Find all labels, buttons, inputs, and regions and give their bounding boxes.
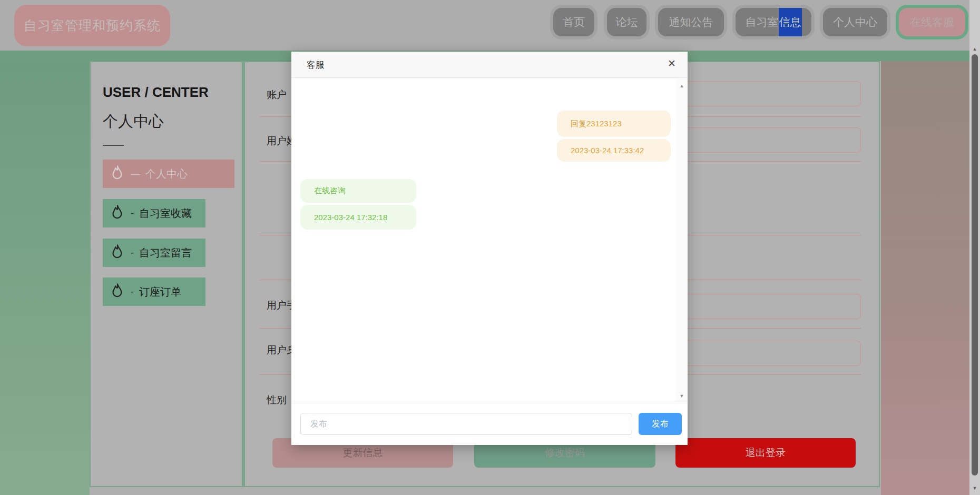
- right-rose-strip: [881, 61, 969, 495]
- nav-tab-user-center-label: 个人中心: [833, 15, 877, 29]
- chat-bubble-time: 2023-03-24 17:32:18: [300, 205, 416, 230]
- sidebar-item-dash: -: [131, 247, 134, 259]
- gender-label: 性别: [267, 393, 287, 407]
- chat-scrollbar[interactable]: ▲ ▼: [676, 78, 688, 403]
- modal-header: 客服 ✕: [291, 52, 688, 78]
- nav-tab-notice-label: 通知公告: [669, 15, 713, 29]
- nav-tab-rooms-label: 自习室: [746, 15, 779, 29]
- sidebar-item-seat-orders[interactable]: - 订座订单: [103, 278, 205, 306]
- chat-bubble-time: 2023-03-24 17:33:42: [557, 139, 671, 162]
- modal-title: 客服: [307, 59, 325, 71]
- nav-tab-user-center[interactable]: 个人中心: [820, 5, 890, 39]
- customer-service-modal: 客服 ✕ 回复23123123 2023-03-24 17:33:42 在线咨询…: [291, 52, 688, 445]
- nav-tab-online-service[interactable]: 在线客服: [896, 5, 968, 39]
- logout-button[interactable]: 退出登录: [675, 438, 856, 468]
- sidebar-divider: [103, 145, 124, 146]
- chat-bubble-text: 回复23123123: [557, 111, 671, 137]
- sidebar-subheading: 个人中心: [103, 111, 164, 132]
- flame-icon: [110, 204, 125, 222]
- page-scrollbar[interactable]: ▲ ▼: [969, 0, 980, 495]
- send-button[interactable]: 发布: [639, 413, 682, 435]
- page-scrollbar-thumb[interactable]: [972, 54, 978, 476]
- chat-message-reply: 回复23123123 2023-03-24 17:33:42: [557, 111, 671, 162]
- sidebar-item-dash: —: [131, 169, 140, 180]
- account-input[interactable]: [674, 81, 861, 106]
- scroll-down-icon[interactable]: ▼: [676, 393, 688, 399]
- nav-tab-rooms[interactable]: 自习室 信息: [732, 5, 815, 39]
- scroll-up-icon[interactable]: ▲: [676, 83, 688, 88]
- sidebar-item-label: 订座订单: [139, 285, 181, 299]
- sidebar-item-label: 自习室收藏: [139, 206, 192, 221]
- message-input[interactable]: [300, 413, 632, 435]
- sidebar-item-label: 个人中心: [145, 167, 188, 181]
- page: 自习室管理和预约系统 首页 论坛 通知公告 自习室 信息 个人中心 在线客服 U…: [0, 0, 980, 495]
- chat-message-inquiry: 在线咨询 2023-03-24 17:32:18: [300, 179, 416, 230]
- scroll-down-icon[interactable]: ▼: [969, 486, 980, 491]
- sidebar-item-room-favorites[interactable]: - 自习室收藏: [103, 199, 205, 227]
- modal-footer: 发布: [291, 403, 688, 445]
- scroll-up-icon[interactable]: ▲: [969, 46, 980, 52]
- app-logo: 自习室管理和预约系统: [14, 5, 170, 46]
- sidebar-heading: USER / CENTER: [103, 84, 209, 101]
- nav-tab-forum-label: 论坛: [616, 15, 638, 29]
- sidebar-item-personal-center[interactable]: — 个人中心: [103, 160, 234, 188]
- flame-icon: [110, 244, 125, 262]
- navbar: 自习室管理和预约系统 首页 论坛 通知公告 自习室 信息 个人中心 在线客服: [0, 0, 969, 51]
- nav-tab-forum[interactable]: 论坛: [604, 5, 650, 39]
- identity-input[interactable]: [674, 341, 861, 366]
- account-label: 账户: [267, 88, 287, 102]
- nav-tab-home[interactable]: 首页: [550, 5, 597, 39]
- nav-tab-online-service-label: 在线客服: [910, 15, 954, 29]
- sidebar-item-room-messages[interactable]: - 自习室留言: [103, 239, 205, 267]
- nav-tab-rooms-label-selected: 信息: [779, 8, 802, 36]
- left-green-strip: [0, 61, 90, 495]
- nav-tab-home-label: 首页: [563, 15, 585, 29]
- chat-bubble-text: 在线咨询: [300, 179, 416, 203]
- name-input[interactable]: [674, 127, 861, 153]
- sidebar-item-dash: -: [131, 208, 134, 219]
- sidebar-item-dash: -: [131, 286, 134, 298]
- flame-icon: [110, 283, 125, 301]
- sidebar-item-label: 自习室留言: [139, 246, 192, 260]
- phone-input[interactable]: [674, 294, 861, 319]
- close-icon[interactable]: ✕: [668, 57, 676, 70]
- chat-area: 回复23123123 2023-03-24 17:33:42 在线咨询 2023…: [291, 78, 688, 403]
- sidebar: USER / CENTER 个人中心 — 个人中心 - 自习室收藏: [91, 62, 245, 486]
- flame-icon: [110, 165, 125, 183]
- nav-tab-notice[interactable]: 通知公告: [655, 5, 727, 39]
